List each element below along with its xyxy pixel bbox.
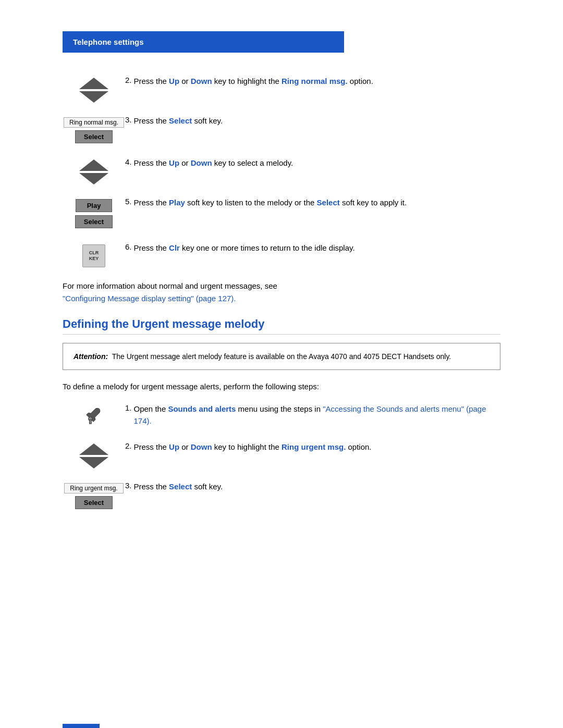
step-icon-6: CLRKEY bbox=[63, 242, 125, 267]
page-container: Telephone settings 2. Press the Up or Do… bbox=[0, 31, 563, 728]
s2-step-text-3: Press the Select soft key. bbox=[134, 481, 223, 493]
step-text-5: Press the Play soft key to listen to the… bbox=[134, 197, 407, 209]
step-content-6: 6. Press the Clr key one or more times t… bbox=[125, 242, 355, 254]
down-key-label: Down bbox=[191, 77, 212, 85]
select-key-label-s2-3: Select bbox=[169, 482, 192, 491]
play-button[interactable]: Play bbox=[76, 199, 112, 212]
attention-box: Attention: The Urgent message alert melo… bbox=[63, 343, 500, 370]
step-content-2: 2. Press the Up or Down key to highlight… bbox=[125, 76, 373, 88]
step-number-3: 3. bbox=[125, 115, 132, 124]
attention-text: The Urgent message alert melody feature … bbox=[112, 352, 451, 361]
s2-step-number-1: 1. bbox=[125, 403, 132, 412]
ring-normal-msg-label: Ring normal msg. bbox=[282, 77, 348, 85]
step-number-4: 4. bbox=[125, 157, 132, 166]
s2-step-icon-3: Ring urgent msg. Select bbox=[63, 481, 125, 511]
down-key-label-s2: Down bbox=[191, 442, 212, 451]
s2-step-content-1: 1. Open the Sounds and alerts menu using… bbox=[125, 403, 500, 427]
header-bar: Telephone settings bbox=[63, 31, 344, 53]
select-with-label-s2: Ring urgent msg. Select bbox=[64, 483, 123, 511]
up-key-label-s2: Up bbox=[169, 442, 179, 451]
reference-text: For more information about normal and ur… bbox=[63, 280, 500, 305]
step-row-4: 4. Press the Up or Down key to select a … bbox=[63, 157, 500, 184]
arrow-up-icon bbox=[79, 78, 108, 89]
content-area: 2. Press the Up or Down key to highlight… bbox=[63, 53, 500, 511]
section2-heading: Defining the Urgent message melody bbox=[63, 317, 500, 335]
select-key-label-3: Select bbox=[169, 116, 192, 125]
step-number-2: 2. bbox=[125, 76, 132, 84]
arrow-up-icon-s2-2 bbox=[79, 443, 108, 455]
arrow-down-icon-s2-2 bbox=[79, 457, 108, 468]
step-icon-4 bbox=[63, 157, 125, 184]
step-content-5: 5. Press the Play soft key to listen to … bbox=[125, 197, 407, 209]
ring-normal-label-box: Ring normal msg. bbox=[64, 117, 124, 128]
up-key-label-4: Up bbox=[169, 158, 179, 167]
step-row-2: 2. Press the Up or Down key to highlight… bbox=[63, 76, 500, 103]
ring-urgent-label-box: Ring urgent msg. bbox=[64, 483, 123, 493]
attention-label: Attention: bbox=[74, 352, 108, 361]
s2-step-text-1: Open the Sounds and alerts menu using th… bbox=[134, 403, 500, 427]
play-select-buttons: Play Select bbox=[75, 199, 113, 230]
svg-rect-1 bbox=[89, 420, 91, 424]
down-key-label-4: Down bbox=[191, 158, 212, 167]
arrow-down-icon-4 bbox=[79, 173, 108, 184]
step-content-3: 3. Press the Select soft key. bbox=[125, 115, 223, 127]
play-key-label: Play bbox=[169, 198, 185, 207]
step-row-3: Ring normal msg. Select 3. Press the Sel… bbox=[63, 115, 500, 145]
nav-arrows-icon-4 bbox=[79, 159, 108, 184]
step-content-4: 4. Press the Up or Down key to select a … bbox=[125, 157, 293, 169]
arrow-down-icon bbox=[79, 91, 108, 103]
step-row-6: CLRKEY 6. Press the Clr key one or more … bbox=[63, 242, 500, 267]
s2-step-content-2: 2. Press the Up or Down key to highlight… bbox=[125, 441, 372, 453]
tool-icon bbox=[84, 405, 104, 429]
s2-step-number-3: 3. bbox=[125, 481, 132, 490]
step-text-4: Press the Up or Down key to select a mel… bbox=[134, 157, 293, 169]
step-icon-3: Ring normal msg. Select bbox=[63, 115, 125, 145]
intro-text: To define a melody for urgent message al… bbox=[63, 380, 500, 393]
select-with-label: Ring normal msg. Select bbox=[64, 117, 124, 145]
arrow-up-icon-4 bbox=[79, 159, 108, 171]
s2-step-row-1: 1. Open the Sounds and alerts menu using… bbox=[63, 403, 500, 429]
step-icon-5: Play Select bbox=[63, 197, 125, 230]
clr-key-icon: CLRKEY bbox=[82, 244, 105, 267]
select-button-s2-3[interactable]: Select bbox=[75, 496, 113, 509]
ring-urgent-msg-label: Ring urgent msg. bbox=[282, 442, 346, 451]
ref-text-line1: For more information about normal and ur… bbox=[63, 281, 277, 290]
select-button-5[interactable]: Select bbox=[75, 215, 113, 228]
s2-step-row-2: 2. Press the Up or Down key to highlight… bbox=[63, 441, 500, 468]
s2-step-icon-1 bbox=[63, 403, 125, 429]
header-bar-title: Telephone settings bbox=[73, 38, 144, 46]
step-icon-2 bbox=[63, 76, 125, 103]
s2-step-row-3: Ring urgent msg. Select 3. Press the Sel… bbox=[63, 481, 500, 511]
step-text-6: Press the Clr key one or more times to r… bbox=[134, 242, 355, 254]
nav-arrows-icon-s2-2 bbox=[79, 443, 108, 468]
select-button-3[interactable]: Select bbox=[75, 130, 113, 143]
s2-step-icon-2 bbox=[63, 441, 125, 468]
wrench-svg bbox=[84, 405, 104, 425]
select-key-label-5: Select bbox=[317, 198, 340, 207]
ref-link[interactable]: "Configuring Message display setting" (p… bbox=[63, 294, 236, 303]
step-text-2: Press the Up or Down key to highlight th… bbox=[134, 76, 373, 88]
s2-step-text-2: Press the Up or Down key to highlight th… bbox=[134, 441, 372, 453]
s2-step-number-2: 2. bbox=[125, 441, 132, 450]
step-number-5: 5. bbox=[125, 197, 132, 206]
sounds-alerts-label: Sounds and alerts bbox=[168, 404, 236, 413]
page-number-box: 178 bbox=[63, 724, 100, 728]
up-key-label: Up bbox=[169, 77, 179, 85]
step-number-6: 6. bbox=[125, 242, 132, 251]
clr-key-label: Clr bbox=[169, 243, 180, 252]
step-row-5: Play Select 5. Press the Play soft key t… bbox=[63, 197, 500, 230]
s2-step-content-3: 3. Press the Select soft key. bbox=[125, 481, 223, 493]
step-text-3: Press the Select soft key. bbox=[134, 115, 223, 127]
nav-arrows-icon bbox=[79, 78, 108, 103]
